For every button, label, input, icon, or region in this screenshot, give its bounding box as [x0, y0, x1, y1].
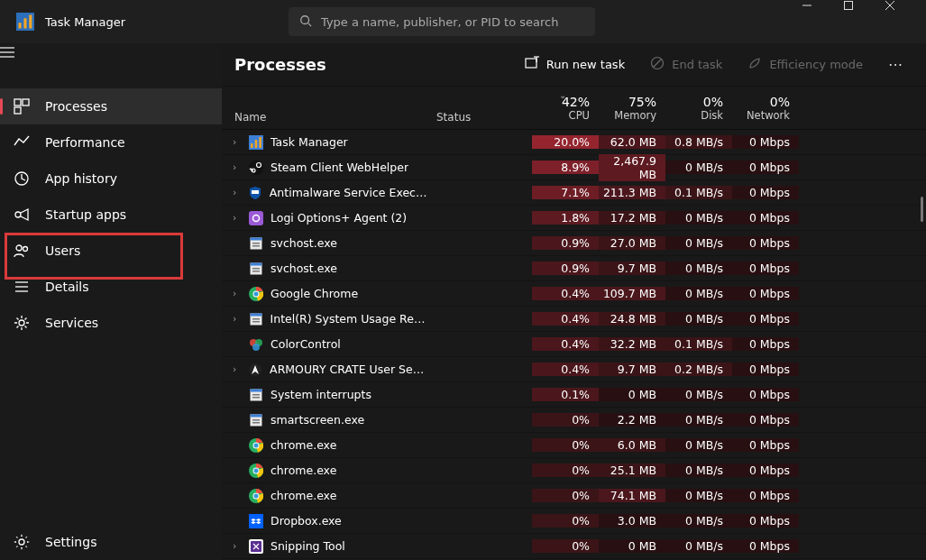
- cpu-cell: 0.4%: [532, 337, 599, 351]
- sidebar-item-label: Services: [45, 316, 98, 330]
- network-cell: 0 Mbps: [732, 388, 799, 401]
- svg-rect-33: [259, 137, 261, 148]
- column-header-network[interactable]: 0%Network: [732, 87, 799, 129]
- search-icon: [299, 14, 312, 30]
- process-name: Task Manager: [270, 135, 348, 149]
- process-icon: [248, 363, 262, 377]
- end-task-button[interactable]: End task: [641, 50, 731, 78]
- table-row[interactable]: smartscreen.exe 0% 2.2 MB 0 MB/s 0 Mbps: [222, 408, 926, 433]
- table-row[interactable]: › Google Chrome 0.4% 109.7 MB 0 MB/s 0 M…: [222, 281, 926, 307]
- svg-rect-1: [19, 23, 22, 28]
- svg-rect-44: [252, 245, 260, 247]
- process-icon: [249, 337, 263, 352]
- processes-icon: [13, 97, 31, 115]
- expand-icon[interactable]: ›: [233, 187, 241, 198]
- cpu-cell: 0.4%: [532, 287, 599, 300]
- expand-icon[interactable]: ›: [233, 540, 242, 552]
- table-row[interactable]: › Snipping Tool 0% 0 MB 0 MB/s 0 Mbps: [222, 534, 926, 559]
- minimize-button[interactable]: [802, 0, 843, 36]
- svg-rect-66: [252, 419, 260, 421]
- network-cell: 0 Mbps: [732, 236, 799, 250]
- table-row[interactable]: › Antimalware Service Executable 7.1% 21…: [222, 180, 926, 206]
- scrollbar-thumb[interactable]: [921, 197, 923, 222]
- table-row[interactable]: › ARMOURY CRATE User Sessio... 0.4% 9.7 …: [222, 357, 926, 382]
- efficiency-mode-button[interactable]: Efficiency mode: [738, 50, 872, 78]
- sidebar-item-label: App history: [45, 171, 117, 186]
- table-row[interactable]: › Task Manager 20.0% 62.0 MB 0.8 MB/s 0 …: [222, 130, 926, 155]
- column-header-status[interactable]: Status: [429, 87, 532, 129]
- sidebar-item-label: Users: [45, 243, 80, 258]
- table-body[interactable]: › Task Manager 20.0% 62.0 MB 0.8 MB/s 0 …: [222, 130, 926, 560]
- svg-point-4: [301, 15, 309, 23]
- expand-icon[interactable]: ›: [233, 363, 241, 375]
- sidebar-item-app-history[interactable]: App history: [0, 161, 222, 197]
- column-header-cpu[interactable]: ⌄ 42%CPU: [532, 87, 599, 129]
- expand-icon[interactable]: ›: [233, 161, 242, 173]
- expand-icon[interactable]: ›: [233, 288, 242, 299]
- table-row[interactable]: chrome.exe 0% 74.1 MB 0 MB/s 0 Mbps: [222, 483, 926, 509]
- search-input[interactable]: Type a name, publisher, or PID to search: [289, 7, 595, 36]
- svg-rect-3: [29, 15, 32, 29]
- svg-point-24: [19, 539, 24, 545]
- close-button[interactable]: [885, 0, 926, 36]
- sidebar-item-services[interactable]: Services: [0, 305, 222, 341]
- sidebar-item-settings[interactable]: Settings: [0, 524, 222, 560]
- table-row[interactable]: Dropbox.exe 0% 3.0 MB 0 MB/s 0 Mbps: [222, 509, 926, 534]
- svg-point-17: [15, 212, 21, 217]
- table-row[interactable]: › Steam Client WebHelper 8.9% 2,467.9 MB…: [222, 155, 926, 180]
- network-cell: 0 Mbps: [732, 464, 799, 477]
- cpu-cell: 0.9%: [532, 236, 599, 250]
- maximize-button[interactable]: [843, 0, 885, 36]
- svg-rect-13: [14, 99, 21, 106]
- history-icon: [13, 170, 31, 188]
- column-header-name[interactable]: Name: [222, 87, 429, 129]
- disk-cell: 0 MB/s: [665, 413, 732, 427]
- memory-cell: 27.0 MB: [599, 236, 665, 250]
- svg-rect-32: [255, 140, 258, 148]
- cpu-cell: 0.9%: [532, 262, 599, 275]
- window-controls: [802, 0, 926, 36]
- process-icon: [249, 388, 263, 402]
- sidebar-item-startup-apps[interactable]: Startup apps: [0, 197, 222, 233]
- process-name: Dropbox.exe: [270, 514, 342, 528]
- table-row[interactable]: System interrupts 0.1% 0 MB 0 MB/s 0 Mbp…: [222, 382, 926, 408]
- process-name: Google Chrome: [270, 287, 358, 300]
- column-header-disk[interactable]: 0%Disk: [665, 87, 732, 129]
- table-row[interactable]: › Intel(R) System Usage Report 0.4% 24.8…: [222, 307, 926, 332]
- sidebar-item-performance[interactable]: Performance: [0, 124, 222, 161]
- svg-rect-77: [249, 514, 263, 528]
- table-row[interactable]: svchost.exe 0.9% 27.0 MB 0 MB/s 0 Mbps: [222, 231, 926, 256]
- expand-icon[interactable]: ›: [233, 212, 242, 224]
- more-button[interactable]: ⋯: [879, 50, 913, 78]
- services-icon: [13, 314, 31, 332]
- expand-icon[interactable]: ›: [233, 313, 242, 325]
- process-name: ColorControl: [270, 337, 341, 351]
- search-placeholder: Type a name, publisher, or PID to search: [321, 15, 558, 29]
- cpu-cell: 0.1%: [532, 388, 599, 401]
- table-row[interactable]: chrome.exe 0% 6.0 MB 0 MB/s 0 Mbps: [222, 433, 926, 458]
- sidebar-item-users[interactable]: Users: [0, 233, 222, 269]
- svg-rect-7: [845, 2, 853, 10]
- table-row[interactable]: ColorControl 0.4% 32.2 MB 0.1 MB/s 0 Mbp…: [222, 332, 926, 357]
- svg-point-34: [249, 161, 263, 175]
- expand-icon[interactable]: ›: [233, 136, 242, 148]
- sidebar-item-processes[interactable]: Processes: [0, 88, 222, 124]
- table-row[interactable]: chrome.exe 0% 25.1 MB 0 MB/s 0 Mbps: [222, 458, 926, 483]
- sidebar-item-details[interactable]: Details: [0, 269, 222, 305]
- app-icon: [16, 13, 34, 31]
- disk-cell: 0.8 MB/s: [665, 135, 732, 149]
- window-title: Task Manager: [45, 15, 125, 29]
- hamburger-button[interactable]: [0, 47, 40, 83]
- process-icon: [249, 161, 263, 175]
- column-header-memory[interactable]: 75%Memory: [599, 87, 665, 129]
- table-row[interactable]: svchost.exe 0.9% 9.7 MB 0 MB/s 0 Mbps: [222, 256, 926, 281]
- svg-point-23: [19, 320, 24, 326]
- svg-rect-61: [251, 389, 262, 391]
- settings-icon: [13, 533, 31, 551]
- network-cell: 0 Mbps: [732, 287, 799, 300]
- svg-rect-31: [251, 143, 253, 148]
- table-row[interactable]: › Logi Options+ Agent (2) 1.8% 17.2 MB 0…: [222, 206, 926, 231]
- cpu-cell: 0%: [532, 539, 599, 553]
- process-name: Snipping Tool: [270, 539, 345, 553]
- run-new-task-button[interactable]: Run new task: [516, 50, 634, 78]
